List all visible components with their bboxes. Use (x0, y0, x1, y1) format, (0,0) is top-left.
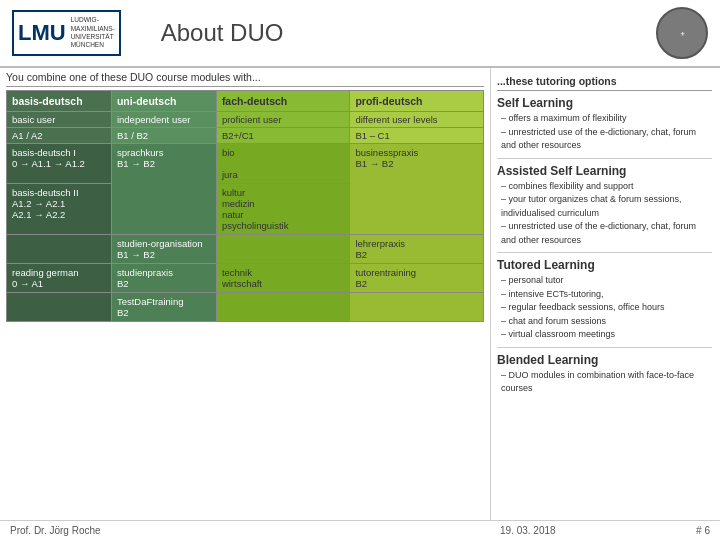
module-uni-3: studienpraxisB2 (111, 264, 216, 293)
module-basis-2b (7, 235, 112, 264)
subheader-row: basic user independent user proficient u… (7, 112, 484, 128)
module-fach-3: technikwirtschaft (216, 264, 350, 293)
footer-author: Prof. Dr. Jörg Roche (10, 525, 101, 528)
col-header-profi: profi-deutsch (350, 91, 484, 112)
lmu-subtext: LUDWIG- MAXIMILIANS- UNIVERSITÄT MÜNCHEN (71, 16, 115, 50)
module-profi-4 (350, 293, 484, 322)
module-fach-2b (216, 235, 350, 264)
tutored-section: Tutored Learning – personal tutor – inte… (497, 258, 712, 342)
module-basis-1: basis-deutsch I0 → A1.1 → A1.2 (7, 144, 112, 184)
topbar-left: You combine one of these DUO course modu… (6, 71, 261, 83)
tutored-item-5: – virtual classroom meetings (497, 328, 712, 342)
assisted-item-3: – unrestricted use of the e-dictionary, … (497, 220, 712, 247)
left-grid: You combine one of these DUO course modu… (0, 68, 490, 528)
module-row-4: TestDaFtrainingB2 (7, 293, 484, 322)
module-fach-2: kulturmedizinnaturpsycholinguistik (216, 184, 350, 235)
right-panel: ...these tutoring options Self Learning … (490, 68, 720, 528)
tutored-item-3: – regular feedback sessions, office hour… (497, 301, 712, 315)
blended-item-1: – DUO modules in combination with face-t… (497, 369, 712, 396)
module-basis-2: basis-deutsch IIA1.2 → A2.1A2.1 → A2.2 (7, 184, 112, 235)
col-header-uni: uni-deutsch (111, 91, 216, 112)
tutored-item-1: – personal tutor (497, 274, 712, 288)
tutored-item-4: – chat and forum sessions (497, 315, 712, 329)
module-row-3: reading german0 → A1 studienpraxisB2 tec… (7, 264, 484, 293)
col-header-basis: basis-deutsch (7, 91, 112, 112)
module-profi-3: tutorentrainingB2 (350, 264, 484, 293)
topbar: You combine one of these DUO course modu… (6, 68, 484, 87)
module-uni-1: sprachkursB1 → B2 (111, 144, 216, 235)
footer-left-area: Prof. Dr. Jörg Roche (0, 520, 490, 528)
col-sub-uni: independent user (111, 112, 216, 128)
self-learning-title: Self Learning (497, 96, 712, 110)
header-row: basis-deutsch uni-deutsch fach-deutsch p… (7, 91, 484, 112)
header: LMU LUDWIG- MAXIMILIANS- UNIVERSITÄT MÜN… (0, 0, 720, 68)
module-fach-4 (216, 293, 350, 322)
assisted-section: Assisted Self Learning – combines flexib… (497, 164, 712, 248)
self-learning-item-2: – unrestricted use of the e-dictionary, … (497, 126, 712, 153)
footer-page: # 6 (696, 525, 710, 536)
self-learning-section: Self Learning – offers a maximum of flex… (497, 96, 712, 153)
module-row-2b: studien-organisationB1 → B2 lehrerpraxis… (7, 235, 484, 264)
header-title: About DUO (131, 19, 656, 47)
divider-2 (497, 252, 712, 253)
col-sub-profi: different user levels (350, 112, 484, 128)
tutored-title: Tutored Learning (497, 258, 712, 272)
footer-date: 19. 03. 2018 (500, 525, 556, 536)
module-uni-2: studien-organisationB1 → B2 (111, 235, 216, 264)
assisted-item-1: – combines flexibility and support (497, 180, 712, 194)
col-level-basis: A1 / A2 (7, 128, 112, 144)
module-row-1: basis-deutsch I0 → A1.1 → A1.2 sprachkur… (7, 144, 484, 184)
assisted-title: Assisted Self Learning (497, 164, 712, 178)
uni-seal: ⚜ (656, 7, 708, 59)
content-area: You combine one of these DUO course modu… (0, 68, 720, 528)
tutored-item-2: – intensive ECTs-tutoring, (497, 288, 712, 302)
col-sub-basis: basic user (7, 112, 112, 128)
module-profi-1: businesspraxisB1 → B2 (350, 144, 484, 235)
col-level-uni: B1 / B2 (111, 128, 216, 144)
blended-title: Blended Learning (497, 353, 712, 367)
module-basis-3: reading german0 → A1 (7, 264, 112, 293)
col-header-fach: fach-deutsch (216, 91, 350, 112)
divider-3 (497, 347, 712, 348)
self-learning-item-1: – offers a maximum of flexibility (497, 112, 712, 126)
topbar-right: ...these tutoring options (497, 72, 712, 91)
blended-section: Blended Learning – DUO modules in combin… (497, 353, 712, 396)
lmu-logo: LMU LUDWIG- MAXIMILIANS- UNIVERSITÄT MÜN… (12, 10, 121, 56)
module-profi-2: lehrerpraxisB2 (350, 235, 484, 264)
col-level-profi: B1 – C1 (350, 128, 484, 144)
module-fach-1: biojura (216, 144, 350, 184)
course-table: basis-deutsch uni-deutsch fach-deutsch p… (6, 90, 484, 322)
assisted-item-2: – your tutor organizes chat & forum sess… (497, 193, 712, 220)
divider-1 (497, 158, 712, 159)
col-level-fach: B2+/C1 (216, 128, 350, 144)
footer: 19. 03. 2018 # 6 (490, 520, 720, 540)
lmu-text: LMU (18, 20, 66, 46)
col-sub-fach: proficient user (216, 112, 350, 128)
level-row: A1 / A2 B1 / B2 B2+/C1 B1 – C1 (7, 128, 484, 144)
module-uni-4: TestDaFtrainingB2 (111, 293, 216, 322)
module-basis-4 (7, 293, 112, 322)
